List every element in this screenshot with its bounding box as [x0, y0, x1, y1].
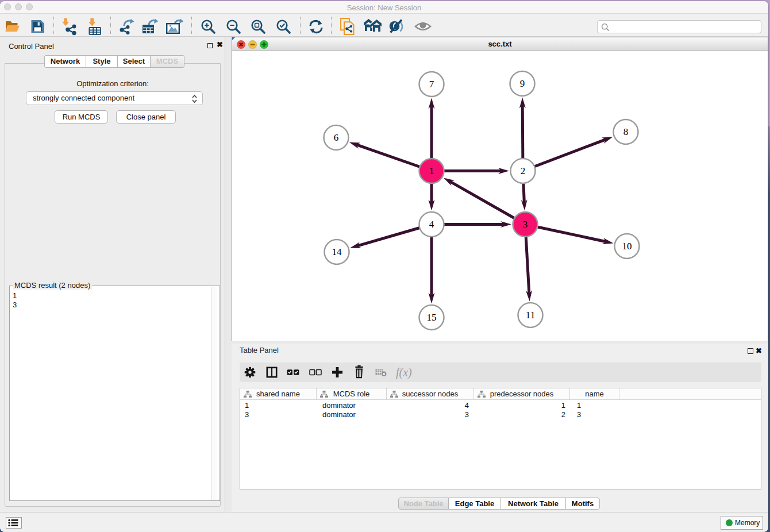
- svg-text:3: 3: [523, 219, 528, 230]
- svg-text:9: 9: [520, 78, 525, 89]
- svg-text:f(x): f(x): [396, 366, 412, 379]
- svg-text:15: 15: [427, 312, 437, 323]
- svg-text:2: 2: [521, 165, 526, 176]
- svg-text:4: 4: [429, 219, 434, 230]
- svg-text:8: 8: [623, 126, 629, 137]
- svg-text:1: 1: [429, 165, 434, 176]
- svg-text:11: 11: [526, 310, 535, 321]
- svg-text:14: 14: [332, 246, 342, 257]
- svg-text:10: 10: [622, 241, 632, 252]
- svg-text:7: 7: [429, 79, 434, 90]
- svg-text:6: 6: [334, 132, 339, 143]
